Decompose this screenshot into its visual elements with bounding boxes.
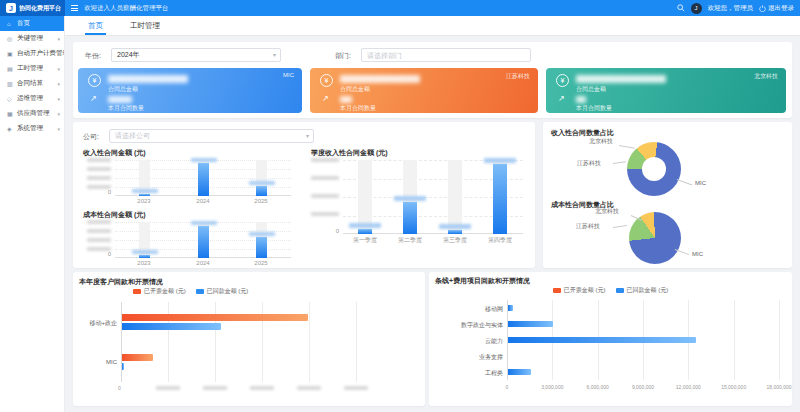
avatar[interactable]: J: [691, 3, 702, 14]
legend-item-received[interactable]: 已回款金额 (元): [616, 286, 669, 295]
label-line: [675, 249, 689, 255]
tab-worktime[interactable]: 工时管理: [127, 16, 163, 35]
module-icon: ▦: [7, 110, 14, 117]
trend-arrow-icon: ↗: [558, 94, 565, 103]
sidebar-item-worktime-mgmt[interactable]: ▤ 工时管理 ▾: [0, 61, 64, 76]
x-tick-label: 3,000,000: [541, 384, 563, 390]
bar: [448, 230, 462, 234]
sidebar-item-label: 运维管理: [17, 94, 43, 103]
chevron-down-icon: ▾: [273, 49, 276, 61]
donut-hole: [642, 157, 666, 181]
bar-received: [122, 363, 124, 370]
gridline: [779, 300, 780, 380]
tab-home[interactable]: 首页: [85, 16, 106, 35]
trend-arrow-icon: ↗: [322, 94, 329, 103]
label-line: [619, 145, 635, 149]
search-icon[interactable]: [677, 4, 685, 12]
menu-toggle-icon[interactable]: [71, 5, 78, 11]
dept-input[interactable]: [361, 48, 531, 62]
legend-item-received[interactable]: 已回款金额 (元): [196, 287, 249, 296]
chevron-down-icon: ▾: [57, 81, 60, 87]
legend-item-invoiced[interactable]: 已开票金额 (元): [133, 287, 186, 296]
chevron-down-icon: ▾: [306, 130, 309, 142]
legend-label: 已开票金额 (元): [564, 286, 606, 295]
customer-payment-panel: 本年度客户回款和开票情况 已开票金额 (元) 已回款金额 (元) 移动+政企 M…: [73, 272, 425, 406]
chevron-down-icon: ▾: [57, 111, 60, 117]
legend-item-invoiced[interactable]: 已开票金额 (元): [553, 286, 606, 295]
yuan-circle-icon: ¥: [88, 74, 101, 87]
tab-bar: 首页 工时管理: [65, 16, 800, 36]
yearly-cost-chart: 2023 2024 2025: [115, 222, 291, 258]
company-filter-label: 公司:: [83, 132, 99, 142]
redacted-value: [439, 224, 471, 229]
redacted-value: [576, 75, 666, 83]
logout-button[interactable]: 退出登录: [759, 4, 794, 13]
company-badge: 北京科技: [754, 72, 778, 81]
sidebar-item-billing-mgmt[interactable]: ▣ 自动开户计费管理 ▾: [0, 46, 64, 61]
label-line: [677, 179, 692, 185]
sidebar-item-label: 系统管理: [17, 124, 43, 133]
welcome-text: 欢迎进入人员薪酬化管理平台: [84, 0, 169, 16]
count-label: 本月合同数量: [340, 104, 376, 113]
bar: [198, 163, 209, 196]
redacted-value: [108, 75, 188, 83]
module-icon: ▤: [7, 65, 14, 72]
sidebar-item-ops-mgmt[interactable]: ◇ 运维管理 ▾: [0, 91, 64, 106]
sidebar-item-system-mgmt[interactable]: ◈ 系统管理 ▾: [0, 121, 64, 136]
redacted-value: [249, 181, 275, 185]
bar: [139, 194, 150, 196]
chart-title-yearly-income: 收入性合同金额 (元): [83, 148, 146, 158]
bar-column-2023: [139, 160, 150, 196]
bar-charts-panel: 公司: 请选择公司 ▾ 收入性合同金额 (元) 0: [73, 122, 535, 268]
redacted-tick: [250, 386, 274, 390]
customer-payment-chart: [121, 302, 403, 382]
bar: [256, 237, 267, 258]
top-header: J 协同化费用平台 欢迎进入人员薪酬化管理平台 J 欢迎您，管理员 退出登录: [0, 0, 800, 16]
redacted-tick: [311, 194, 339, 198]
year-select[interactable]: 2024年 ▾: [111, 48, 281, 62]
tick-zero: 0: [336, 228, 339, 234]
sidebar-item-contract-settle[interactable]: ▥ 合同结算 ▾: [0, 76, 64, 91]
module-icon: ▥: [7, 80, 14, 87]
redacted-tick: [87, 158, 111, 162]
company-select[interactable]: 请选择公司 ▾: [109, 129, 314, 143]
power-icon: [759, 5, 766, 12]
label-line: [613, 225, 627, 228]
summary-card-beijing: 北京科技 ¥ 合同总金额 ↗ 本月合同数量: [546, 68, 786, 113]
x-tick-label: 2023: [137, 198, 150, 204]
yearly-income-chart: 2023 2024 2025: [115, 160, 291, 196]
y-axis-labels: 0: [83, 158, 111, 198]
bar-received: [122, 323, 221, 330]
line-project-chart: [507, 300, 779, 380]
bar: [198, 226, 209, 258]
redacted-value: [394, 196, 426, 201]
year-filter-label: 年份:: [85, 51, 101, 61]
legend-label: 已开票金额 (元): [144, 287, 186, 296]
line-project-payment-panel: 条线+费用项目回款和开票情况 已开票金额 (元) 已回款金额 (元) 移动网: [429, 272, 792, 406]
chart-title-yearly-cost: 成本性合同金额 (元): [83, 210, 146, 220]
redacted-tick: [87, 220, 111, 224]
sidebar-item-home[interactable]: ⌂ 首页: [0, 16, 64, 31]
gridline: [309, 302, 310, 382]
sidebar: ⌂ 首页 ◎ 关键管理 ▾ ▣ 自动开户计费管理 ▾ ▤ 工时管理 ▾ ▥ 合同…: [0, 16, 65, 412]
chevron-down-icon: ▾: [57, 126, 60, 132]
module-icon: ▣: [7, 50, 14, 57]
y-axis-labels: 0: [83, 220, 111, 260]
quarterly-income-chart: 第一季度 第二季度 第三季度 第四季度: [343, 160, 523, 234]
redacted-tick: [297, 386, 321, 390]
module-icon: ◇: [7, 95, 14, 102]
chart-title-line-project: 条线+费用项目回款和开票情况: [435, 276, 530, 286]
redacted-tick: [87, 167, 111, 171]
redacted-value: [132, 189, 158, 193]
sidebar-item-supplier-mgmt[interactable]: ▦ 供应商管理 ▾: [0, 106, 64, 121]
summary-panel: 年份: 2024年 ▾ 部门: MIC ¥ 合同总金额 ↗ 本月合同数量 江苏科…: [73, 42, 792, 118]
category-label: 移动网: [429, 305, 503, 314]
redacted-tick: [203, 386, 227, 390]
sidebar-item-key-mgmt[interactable]: ◎ 关键管理 ▾: [0, 31, 64, 46]
redacted-value: [132, 250, 158, 254]
gridline: [356, 302, 357, 382]
category-label: 工程类: [429, 369, 503, 378]
x-tick-label: 2025: [254, 260, 267, 266]
redacted-tick: [87, 229, 111, 233]
amount-label: 合同总金额: [576, 85, 606, 94]
